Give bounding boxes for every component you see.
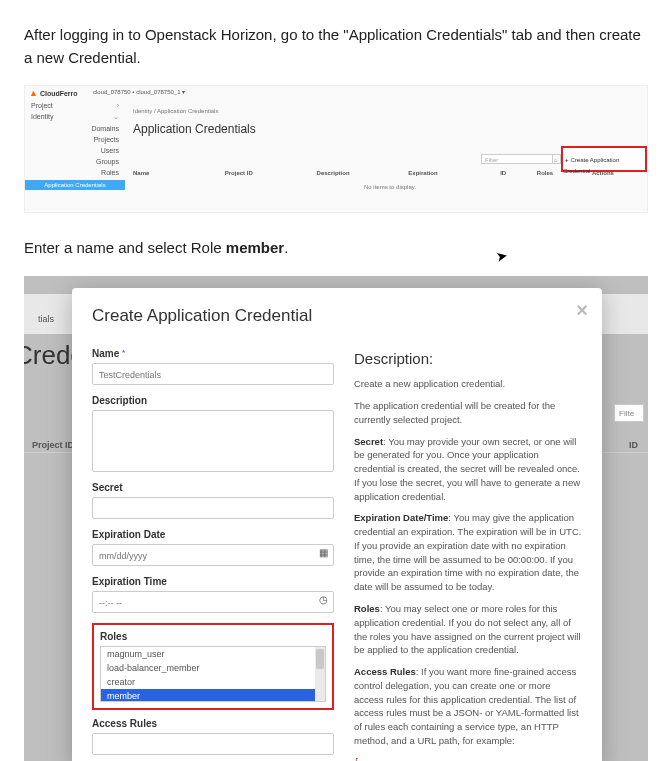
role-option-selected[interactable]: member	[101, 689, 325, 702]
scrollbar[interactable]	[315, 647, 325, 701]
sidebar-item-domains[interactable]: Domains	[25, 123, 125, 134]
sidebar: Project› Identity⌄ Domains Projects User…	[25, 100, 125, 190]
roles-select[interactable]: magnum_user load-balancer_member creator…	[100, 646, 326, 702]
bg-id: ID	[629, 440, 638, 450]
role-option[interactable]: magnum_user	[101, 647, 325, 661]
calendar-icon[interactable]: ▦	[319, 547, 328, 558]
close-icon[interactable]: ×	[576, 300, 588, 320]
modal-screenshot: tials Crede Filte Project ID ID × Create…	[24, 276, 648, 762]
horizon-screenshot: ▲ CloudFerro cloud_078750 • cloud_078750…	[24, 85, 648, 213]
col-id: ID	[500, 170, 537, 176]
help-panel: Description: Create a new application cr…	[354, 348, 582, 762]
sidebar-item-identity[interactable]: Identity⌄	[25, 111, 125, 123]
col-description: Description	[317, 170, 409, 176]
col-expiration: Expiration	[408, 170, 500, 176]
create-credential-button[interactable]: +Create Application Credential	[561, 146, 647, 172]
chevron-right-icon: ›	[117, 102, 119, 109]
help-heading: Description:	[354, 348, 582, 370]
secret-input[interactable]	[92, 497, 334, 519]
expiration-date-input[interactable]: mm/dd/yyyy	[92, 544, 334, 566]
description-textarea[interactable]	[92, 410, 334, 472]
roles-highlight-box: Roles magnum_user load-balancer_member c…	[92, 623, 334, 710]
roles-label: Roles	[100, 631, 326, 642]
breadcrumb: Identity / Application Credentials	[133, 108, 218, 114]
table-empty-message: No items to display.	[133, 184, 647, 190]
doc-step2: Enter a name and select Role member.	[24, 237, 641, 260]
help-roles: Roles: You may select one or more roles …	[354, 602, 582, 657]
top-breadcrumb[interactable]: cloud_078750 • cloud_078750_1 ▾	[93, 88, 185, 95]
modal-title: Create Application Credential	[92, 306, 582, 326]
help-access-rules: Access Rules: If you want more fine-grai…	[354, 665, 582, 748]
chevron-down-icon: ⌄	[113, 113, 119, 121]
help-secret: Secret: You may provide your own secret,…	[354, 435, 582, 504]
access-rules-label: Access Rules	[92, 718, 334, 729]
search-icon[interactable]: ⌕	[551, 154, 561, 164]
name-label: Name *	[92, 348, 334, 359]
brand-logo: ▲ CloudFerro	[29, 88, 78, 98]
plus-icon: +	[565, 157, 569, 163]
bg-tials: tials	[38, 314, 54, 324]
help-code: [ {"service": "compute",	[354, 756, 582, 761]
col-roles: Roles	[537, 170, 592, 176]
sidebar-item-project[interactable]: Project›	[25, 100, 125, 111]
create-credential-modal: × Create Application Credential Name * T…	[72, 288, 602, 762]
table-header: Name Project ID Description Expiration I…	[133, 170, 647, 176]
sidebar-item-projects[interactable]: Projects	[25, 134, 125, 145]
help-p2: The application credential will be creat…	[354, 399, 582, 427]
col-actions: Actions	[592, 170, 647, 176]
role-option[interactable]: creator	[101, 675, 325, 689]
page-title: Application Credentials	[133, 122, 256, 136]
expiration-time-label: Expiration Time	[92, 576, 334, 587]
sidebar-item-groups[interactable]: Groups	[25, 156, 125, 167]
bg-project-id: Project ID	[32, 440, 74, 450]
doc-intro: After logging in to Openstack Horizon, g…	[24, 24, 641, 69]
bg-filter-input[interactable]: Filte	[614, 404, 644, 422]
filter-input[interactable]: Filter	[481, 154, 553, 164]
description-label: Description	[92, 395, 334, 406]
flame-icon: ▲	[29, 88, 38, 98]
sidebar-item-app-credentials[interactable]: Application Credentials	[25, 180, 125, 190]
access-rules-input[interactable]	[92, 733, 334, 755]
sidebar-item-roles[interactable]: Roles	[25, 167, 125, 178]
sidebar-item-users[interactable]: Users	[25, 145, 125, 156]
expiration-date-label: Expiration Date	[92, 529, 334, 540]
help-p1: Create a new application credential.	[354, 377, 582, 391]
col-project-id: Project ID	[225, 170, 317, 176]
name-input[interactable]: TestCredentials	[92, 363, 334, 385]
expiration-time-input[interactable]: --:-- --	[92, 591, 334, 613]
help-expiration: Expiration Date/Time: You may give the a…	[354, 511, 582, 594]
role-option[interactable]: load-balancer_member	[101, 661, 325, 675]
secret-label: Secret	[92, 482, 334, 493]
clock-icon[interactable]: ◷	[319, 594, 328, 605]
col-name: Name	[133, 170, 225, 176]
